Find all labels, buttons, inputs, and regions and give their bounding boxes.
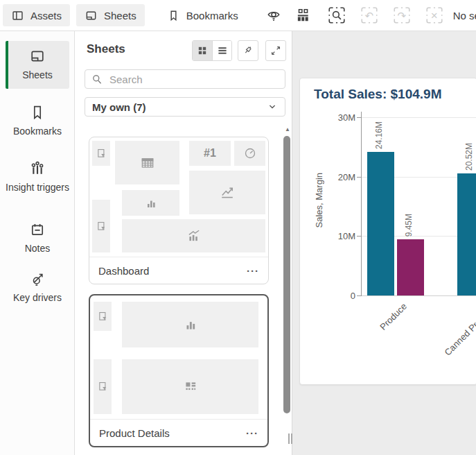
bar-chart-widget <box>122 190 179 216</box>
sheet-layout-button[interactable] <box>291 4 315 26</box>
sheets-button-label: Sheets <box>104 10 136 22</box>
y-axis-tick-label: 10M <box>314 232 355 241</box>
filter-pane-icon <box>97 381 109 393</box>
scrollbar-up-arrow[interactable]: ▲ <box>283 127 292 132</box>
collection-filter-dropdown[interactable]: My own (7) <box>85 97 285 117</box>
notes-icon <box>29 221 46 238</box>
key-drivers-icon <box>29 271 46 287</box>
sidebar-item-insight-triggers[interactable]: Insight triggers <box>6 153 69 201</box>
bar-value-label: 24.16M <box>375 121 383 149</box>
qlik-sense-app: Assets Sheets Bookmarks <box>0 0 476 455</box>
filter-pane-icon <box>96 148 107 160</box>
clear-selections-button[interactable]: × <box>425 6 444 25</box>
insight-triggers-icon <box>29 160 46 177</box>
grid-view-button[interactable] <box>193 41 212 60</box>
filterpane-widget <box>92 141 110 166</box>
kpi-placeholder-text: #1 <box>204 147 216 160</box>
table-icon <box>140 155 155 171</box>
sidebar-item-label: Insight triggers <box>6 182 69 194</box>
bar-value-label: 20.52M <box>465 143 473 171</box>
gauge-widget <box>234 141 265 166</box>
sidebar-item-label: Bookmarks <box>13 126 62 138</box>
sidebar-item-label: Notes <box>25 243 51 255</box>
list-view-icon <box>217 45 228 56</box>
sidebar-item-sheets[interactable]: Sheets <box>6 41 69 89</box>
line-chart-icon <box>219 184 236 201</box>
sidebar-item-notes[interactable]: Notes <box>6 214 69 262</box>
gridline <box>361 295 476 296</box>
search-input[interactable] <box>108 73 279 86</box>
sheet-card-dashboard[interactable]: #1 <box>89 137 269 284</box>
sheet-card-footer: Dashboard ··· <box>89 257 268 284</box>
collection-filter-value: My own (7) <box>92 101 146 113</box>
expand-panel-button[interactable] <box>265 40 286 61</box>
gridline <box>361 117 476 118</box>
x-axis-category-label: Produce <box>378 301 409 332</box>
sheet-icon <box>85 9 98 22</box>
sheet-card-footer: Product Details ··· <box>90 419 267 446</box>
view-toggle <box>192 40 232 61</box>
sidebar-item-label: Sheets <box>22 69 53 82</box>
bar-chart-card[interactable]: Total Sales: $104.9M Sales, Margin 010M2… <box>299 78 476 385</box>
bar-sales-produce[interactable] <box>367 152 394 295</box>
assets-button[interactable]: Assets <box>3 4 70 26</box>
search-box[interactable] <box>85 69 285 89</box>
smart-search-icon <box>327 6 346 25</box>
smart-search-button[interactable] <box>327 6 346 25</box>
bar-chart-icon <box>183 317 198 332</box>
pin-icon <box>242 44 254 57</box>
assets-button-label: Assets <box>30 10 62 22</box>
bar-chart-widget <box>122 302 258 347</box>
more-menu-icon: ··· <box>246 427 258 439</box>
bookmarks-button[interactable]: Bookmarks <box>159 4 247 26</box>
insight-advisor-button[interactable] <box>262 4 285 26</box>
sheet-card-title: Product Details <box>99 427 170 439</box>
kpi-widget: #1 <box>189 141 231 166</box>
sheets-button[interactable]: Sheets <box>76 4 145 26</box>
top-toolbar: Assets Sheets Bookmarks <box>0 0 476 31</box>
insight-advisor-icon <box>266 8 281 23</box>
bar-value-label: 9.45M <box>405 214 413 237</box>
table-widget <box>115 141 179 184</box>
bar-chart-icon <box>144 196 158 210</box>
sheet-thumbnail: #1 <box>89 137 268 257</box>
y-axis-line <box>361 112 362 296</box>
sheet-card-product-details[interactable]: Product Details ··· <box>89 294 269 447</box>
bookmarks-button-label: Bookmarks <box>186 10 238 22</box>
list-view-button[interactable] <box>212 41 231 60</box>
filter-pane-icon <box>97 311 109 323</box>
panel-title: Sheets <box>87 42 125 56</box>
expand-icon <box>270 44 282 57</box>
chart-title: Total Sales: $104.9M <box>314 87 441 102</box>
y-axis-title: Sales, Margin <box>314 173 324 228</box>
sheet-stage: Total Sales: $104.9M Sales, Margin 010M2… <box>292 31 476 455</box>
redo-selection-button[interactable]: ↷ <box>392 6 412 25</box>
sidebar-item-bookmarks[interactable]: Bookmarks <box>6 97 69 145</box>
combo-chart-widget <box>122 219 265 252</box>
gauge-icon <box>243 146 257 160</box>
bar-sales-canned-products[interactable] <box>457 173 476 295</box>
sidebar-item-label: Key drivers <box>13 292 62 304</box>
more-menu-button[interactable]: ··· <box>247 265 259 277</box>
bookmark-icon <box>167 9 180 22</box>
sheets-panel: Sheets <box>75 31 292 455</box>
grid-view-icon <box>197 45 208 56</box>
filterpane-widget <box>92 200 110 252</box>
bar-margin-produce[interactable] <box>397 239 424 295</box>
x-axis-category-label: Canned Products <box>442 301 476 358</box>
search-icon <box>91 74 103 85</box>
filter-pane-icon <box>96 221 107 232</box>
more-menu-icon: ··· <box>247 265 259 277</box>
sidebar-item-key-drivers[interactable]: Key drivers <box>6 264 69 311</box>
scrollbar-thumb[interactable] <box>283 136 290 413</box>
sheet-icon <box>29 48 46 65</box>
filterpane-widget <box>94 302 112 331</box>
pivot-grid-icon <box>183 379 198 395</box>
pin-panel-button[interactable] <box>238 40 258 61</box>
chevron-down-icon <box>267 101 278 112</box>
sheet-thumbnail <box>90 295 267 419</box>
column-layout-icon <box>295 8 310 23</box>
undo-selection-button[interactable]: ↶ <box>360 6 379 25</box>
filterpane-widget <box>94 359 112 414</box>
more-menu-button[interactable]: ··· <box>246 427 258 439</box>
